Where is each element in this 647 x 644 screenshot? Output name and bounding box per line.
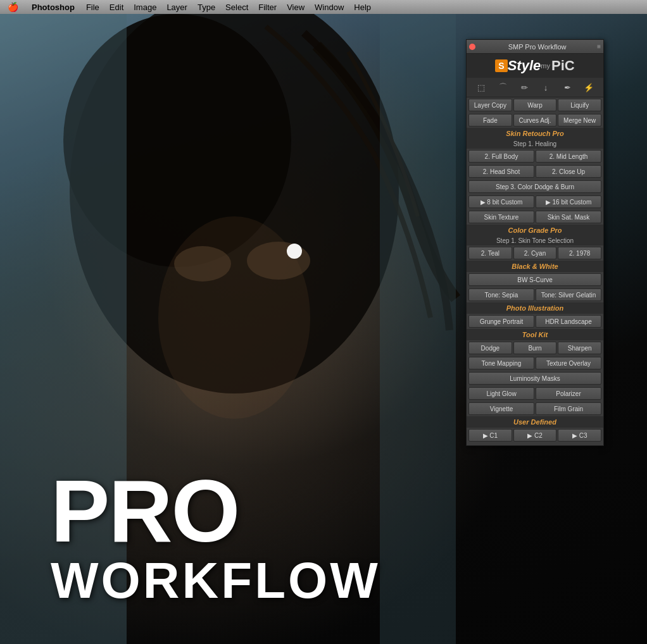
- row-skin-texture: Skin Texture Skin Sat. Mask: [467, 209, 603, 225]
- panel-logo: S Style my PiC: [467, 54, 603, 78]
- row-full-body: 2. Full Body 2. Mid Length: [467, 149, 603, 164]
- row-light-glow: Light Glow Polarizer: [467, 386, 603, 401]
- dodge-button[interactable]: Dodge: [468, 342, 512, 354]
- c3-button[interactable]: ▶ C3: [558, 429, 601, 442]
- pro-label: PRO: [51, 467, 380, 555]
- warp-button[interactable]: Warp: [513, 99, 557, 111]
- app-name: Photoshop: [25, 3, 81, 12]
- burn-button[interactable]: Burn: [513, 342, 557, 354]
- row-bit-custom: ▶ 8 bit Custom ▶ 16 bit Custom: [467, 194, 603, 209]
- 1978-button[interactable]: 2. 1978: [558, 247, 601, 259]
- grunge-portrait-button[interactable]: Grunge Portrait: [468, 315, 534, 328]
- row-c1-c2-c3: ▶ C1 ▶ C2 ▶ C3: [467, 428, 603, 443]
- color-grade-section-label: Color Grade Pro: [467, 225, 603, 236]
- film-grain-button[interactable]: Film Grain: [536, 402, 601, 415]
- row-vignette: Vignette Film Grain: [467, 401, 603, 416]
- mid-length-button[interactable]: 2. Mid Length: [536, 150, 601, 163]
- full-body-button[interactable]: 2. Full Body: [468, 150, 534, 163]
- texture-overlay-button[interactable]: Texture Overlay: [536, 357, 601, 369]
- panel-title: SMP Pro Workflow: [477, 43, 597, 51]
- menu-help[interactable]: Help: [349, 3, 376, 12]
- skin-sat-mask-button[interactable]: Skin Sat. Mask: [536, 211, 601, 223]
- row-fade: Fade Curves Adj. Merge New: [467, 113, 603, 128]
- menu-image[interactable]: Image: [129, 3, 161, 12]
- canvas-area: PRO WORKFLOW SMP Pro Workflow ≡ S Style …: [0, 14, 647, 644]
- pro-workflow-text: PRO WORKFLOW: [51, 467, 380, 606]
- cyan-button[interactable]: 2. Cyan: [513, 247, 557, 259]
- tone-sepia-button[interactable]: Tone: Sepia: [468, 288, 534, 301]
- sharpen-button[interactable]: Sharpen: [558, 342, 601, 354]
- menu-edit[interactable]: Edit: [104, 3, 129, 12]
- skin-retouch-section-label: Skin Retouch Pro: [467, 128, 603, 139]
- row-dodge-burn: Dodge Burn Sharpen: [467, 340, 603, 356]
- tone-silver-gelatin-button[interactable]: Tone: Silver Gelatin: [536, 288, 601, 301]
- logo-pic: PiC: [551, 58, 575, 74]
- menu-filter[interactable]: Filter: [253, 3, 282, 12]
- fade-button[interactable]: Fade: [468, 114, 512, 127]
- step1-healing-label: Step 1. Healing: [467, 139, 603, 149]
- workflow-label: WORKFLOW: [51, 555, 380, 606]
- row-head-shot: 2. Head Shot 2. Close Up: [467, 164, 603, 179]
- bw-scurve-button[interactable]: BW S-Curve: [468, 273, 601, 286]
- curves-adj-button[interactable]: Curves Adj.: [513, 114, 557, 127]
- 8bit-custom-button[interactable]: ▶ 8 bit Custom: [468, 195, 534, 208]
- smp-panel: SMP Pro Workflow ≡ S Style my PiC ⬚ ⌒ ✏ …: [466, 39, 604, 446]
- head-shot-button[interactable]: 2. Head Shot: [468, 165, 534, 178]
- menu-bar: 🍎 Photoshop File Edit Image Layer Type S…: [0, 0, 647, 14]
- row-tone-mapping: Tone Mapping Texture Overlay: [467, 356, 603, 371]
- tool-pen[interactable]: ✒: [559, 80, 575, 94]
- vignette-button[interactable]: Vignette: [468, 402, 534, 415]
- merge-new-button[interactable]: Merge New: [558, 114, 601, 127]
- photo-illus-section-label: Photo Illustration: [467, 302, 603, 314]
- row-layer-copy: Layer Copy Warp Liquify: [467, 97, 603, 113]
- light-glow-button[interactable]: Light Glow: [468, 387, 534, 400]
- tool-lightning[interactable]: ⚡: [581, 80, 597, 94]
- panel-menu-button[interactable]: ≡: [597, 43, 601, 50]
- tool-marquee[interactable]: ⬚: [473, 80, 489, 94]
- c1-button[interactable]: ▶ C1: [468, 429, 512, 442]
- toolkit-section-label: Tool Kit: [467, 329, 603, 340]
- layer-copy-button[interactable]: Layer Copy: [468, 99, 512, 111]
- menu-select[interactable]: Select: [220, 3, 253, 12]
- row-teal-cyan: 2. Teal 2. Cyan 2. 1978: [467, 245, 603, 261]
- hdr-landscape-button[interactable]: HDR Landscape: [536, 315, 601, 328]
- liquify-button[interactable]: Liquify: [558, 99, 601, 111]
- tool-stamp[interactable]: ↓: [537, 80, 554, 94]
- row-grunge: Grunge Portrait HDR Landscape: [467, 314, 603, 329]
- bw-section-label: Black & White: [467, 261, 603, 272]
- menu-view[interactable]: View: [282, 3, 310, 12]
- teal-button[interactable]: 2. Teal: [468, 247, 512, 259]
- tone-mapping-button[interactable]: Tone Mapping: [468, 357, 534, 369]
- step1-skin-tone-label: Step 1. Skin Tone Selection: [467, 236, 603, 245]
- close-up-button[interactable]: 2. Close Up: [536, 165, 601, 178]
- step3-color-dodge-burn-button[interactable]: Step 3. Color Dodge & Burn: [468, 180, 601, 193]
- apple-menu[interactable]: 🍎: [0, 2, 25, 12]
- user-defined-section-label: User Defined: [467, 416, 603, 428]
- menu-layer[interactable]: Layer: [161, 3, 192, 12]
- tool-brush[interactable]: ✏: [516, 80, 532, 94]
- 16bit-custom-button[interactable]: ▶ 16 bit Custom: [536, 195, 601, 208]
- menu-file[interactable]: File: [81, 3, 104, 12]
- luminosity-masks-button[interactable]: Luminosity Masks: [468, 372, 601, 385]
- logo-s-letter: S: [495, 59, 507, 72]
- panel-titlebar: SMP Pro Workflow ≡: [467, 40, 603, 54]
- panel-close-button[interactable]: [469, 44, 475, 50]
- panel-tools-row: ⬚ ⌒ ✏ ↓ ✒ ⚡: [467, 78, 603, 97]
- menu-window[interactable]: Window: [310, 3, 349, 12]
- c2-button[interactable]: ▶ C2: [513, 429, 557, 442]
- tool-lasso[interactable]: ⌒: [494, 80, 511, 94]
- row-tone: Tone: Sepia Tone: Silver Gelatin: [467, 287, 603, 302]
- logo-style: Style: [508, 58, 541, 74]
- logo-my: my: [541, 62, 550, 70]
- skin-texture-button[interactable]: Skin Texture: [468, 211, 534, 223]
- menu-type[interactable]: Type: [192, 3, 220, 12]
- polarizer-button[interactable]: Polarizer: [536, 387, 601, 400]
